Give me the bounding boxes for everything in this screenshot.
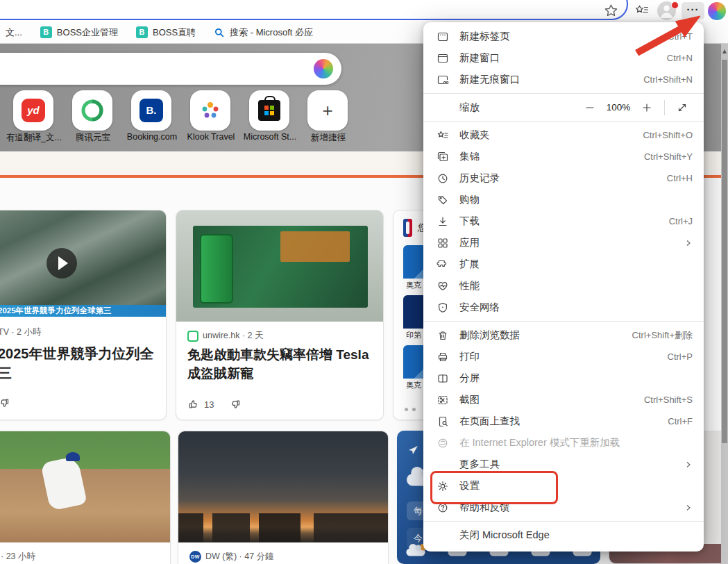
bookmark-label: BOSS企业管理 xyxy=(57,26,118,39)
bookmark-item[interactable]: 搜索 - Microsoft 必应 xyxy=(214,26,313,39)
chevron-right-icon xyxy=(684,239,693,247)
menu-item-label: 性能 xyxy=(459,279,693,292)
card-source: unwire.hk · 2 天 xyxy=(203,330,264,342)
bookmark-item[interactable]: B BOSS企业管理 xyxy=(40,26,118,39)
trash-icon xyxy=(436,329,450,342)
youdao-icon: yd xyxy=(22,99,45,122)
scrollbar-thumb[interactable] xyxy=(722,60,727,443)
divider xyxy=(664,100,665,115)
location-send-icon xyxy=(408,445,419,456)
menu-item-help-feedback[interactable]: 帮助和反馈 xyxy=(423,497,704,518)
boss-favicon: B xyxy=(40,26,52,38)
split-screen-icon xyxy=(436,372,450,385)
shortcut-add[interactable]: + xyxy=(307,90,348,131)
news-card-tesla[interactable]: unwire.hk · 2 天 免匙啟動車款失竊率倍增 Tesla 成盜賊新寵 … xyxy=(176,210,384,420)
cap-graphic xyxy=(66,452,80,461)
help-icon xyxy=(436,501,450,514)
menu-item-split-screen[interactable]: 分屏 xyxy=(423,367,704,389)
menu-item-label: 扩展 xyxy=(459,258,693,271)
shortcut-youdao[interactable]: yd xyxy=(13,90,53,131)
newtab-search-box[interactable] xyxy=(0,53,341,85)
dw-logo-icon: DW xyxy=(189,551,201,563)
shield-icon xyxy=(436,301,450,314)
shortcut-label: 新增捷徑 xyxy=(298,132,359,144)
menu-separator xyxy=(423,321,704,322)
microsoft-store-icon xyxy=(258,100,280,121)
carousel-dots[interactable] xyxy=(405,408,416,411)
menu-item-shortcut: Ctrl+Shift+S xyxy=(644,395,693,405)
menu-item-delete-browsing-data[interactable]: 删除浏览数据 Ctrl+Shift+删除 xyxy=(423,324,704,346)
card-footer xyxy=(0,397,167,413)
card-body: unwire.hk · 2 天 免匙啟動車款失竊率倍增 Tesla 成盜賊新寵 xyxy=(176,322,384,383)
shortcut-microsoft-store[interactable] xyxy=(249,90,289,131)
player-graphic xyxy=(40,456,87,511)
shortcut-booking[interactable]: B. xyxy=(131,90,171,131)
copilot-icon[interactable] xyxy=(314,59,333,78)
news-card-video[interactable]: 2025年世界競爭力位列全球第三 TV · 2 小時 2025年世界競爭力位列全… xyxy=(0,210,167,420)
cloud-icon xyxy=(406,548,425,556)
menu-item-new-inprivate-window[interactable]: 新建无痕窗口 Ctrl+Shift+N xyxy=(423,69,704,90)
article-image xyxy=(176,210,384,322)
zoom-out-button[interactable] xyxy=(579,99,600,117)
menu-item-downloads[interactable]: 下载 Ctrl+J xyxy=(423,210,704,232)
news-card-baseball[interactable]: · 23 小時 xyxy=(0,431,171,564)
menu-item-label: 集锦 xyxy=(459,150,644,163)
add-favorite-star-icon[interactable] xyxy=(603,3,619,19)
menu-item-performance[interactable]: 性能 xyxy=(423,275,704,297)
menu-item-history[interactable]: 历史记录 Ctrl+H xyxy=(423,167,704,189)
menu-item-secure-network[interactable]: 安全网络 xyxy=(423,297,704,318)
menu-item-label: 分屏 xyxy=(459,372,693,385)
screenshot-icon xyxy=(436,394,450,406)
shortcut-klook[interactable] xyxy=(190,90,230,131)
menu-item-print[interactable]: 打印 Ctrl+P xyxy=(423,346,704,367)
collections-icon xyxy=(436,151,450,163)
shortcut-yuanbao[interactable] xyxy=(72,90,112,131)
menu-item-more-tools[interactable]: 更多工具 xyxy=(423,454,704,475)
menu-item-find-on-page[interactable]: 在页面上查找 Ctrl+F xyxy=(423,410,704,432)
menu-item-new-tab[interactable]: 新建标签页 Ctrl+T xyxy=(423,26,704,47)
internet-explorer-icon xyxy=(436,437,450,449)
thumb-down-icon[interactable] xyxy=(0,397,10,409)
yuanbao-icon xyxy=(81,99,104,122)
menu-separator xyxy=(423,121,704,122)
menu-item-label: 安全网络 xyxy=(459,301,693,314)
menu-item-shortcut: Ctrl+Shift+N xyxy=(643,74,693,85)
menu-item-label: 新建无痕窗口 xyxy=(459,73,643,86)
card-body: TV · 2 小時 2025年世界競爭力位列全三 xyxy=(0,317,167,383)
zoom-label: 缩放 xyxy=(459,101,579,114)
menu-item-label: 新建窗口 xyxy=(459,51,667,65)
card-source: DW (繁) · 47 分鐘 xyxy=(205,551,274,563)
address-bar[interactable] xyxy=(0,0,628,20)
more-menu-button[interactable]: ··· xyxy=(682,2,704,19)
shortcut-label: 有道翻译_文... xyxy=(3,132,65,144)
bookmark-item[interactable]: B BOSS直聘 xyxy=(136,26,196,39)
bookmark-item[interactable]: 文... xyxy=(6,26,22,39)
card-title: 免匙啟動車款失竊率倍增 Tesla 成盜賊新寵 xyxy=(187,346,373,383)
zoom-in-button[interactable] xyxy=(636,99,657,117)
scrollbar-up-arrow[interactable] xyxy=(722,49,727,53)
battery-graphic xyxy=(200,234,233,304)
extensions-icon xyxy=(436,258,450,271)
news-card-sunset[interactable]: DW DW (繁) · 47 分鐘 xyxy=(178,431,389,564)
history-icon xyxy=(436,172,450,185)
menu-item-close-edge[interactable]: 关闭 Microsoft Edge xyxy=(423,524,704,546)
menu-item-screenshot[interactable]: 截图 Ctrl+Shift+S xyxy=(423,389,704,410)
thumb-up-icon[interactable] xyxy=(187,398,200,410)
play-button-icon[interactable] xyxy=(46,248,77,279)
video-thumbnail xyxy=(0,210,167,317)
inprivate-window-icon xyxy=(436,74,450,86)
menu-item-shopping[interactable]: 购物 xyxy=(423,189,704,210)
favorites-icon[interactable] xyxy=(634,3,650,19)
fullscreen-icon[interactable] xyxy=(672,99,693,117)
thumb-down-icon[interactable] xyxy=(229,398,242,410)
menu-item-label: 帮助和反馈 xyxy=(459,501,679,514)
menu-item-favorites[interactable]: 收藏夹 Ctrl+Shift+O xyxy=(423,124,704,146)
article-image xyxy=(0,431,171,542)
menu-item-settings[interactable]: 设置 xyxy=(423,475,704,497)
menu-item-collections[interactable]: 集锦 Ctrl+Shift+Y xyxy=(423,146,704,167)
menu-item-apps[interactable]: 应用 xyxy=(423,232,704,254)
menu-item-label: 截图 xyxy=(459,393,644,406)
menu-item-extensions[interactable]: 扩展 xyxy=(423,254,704,275)
copilot-icon[interactable] xyxy=(708,2,726,20)
menu-item-new-window[interactable]: 新建窗口 Ctrl+N xyxy=(423,47,704,69)
